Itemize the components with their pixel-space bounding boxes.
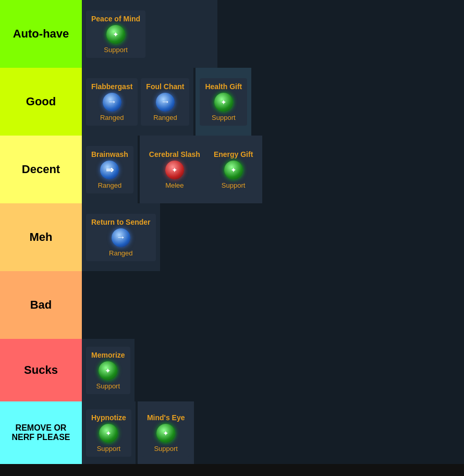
gap-good: [251, 68, 464, 136]
tier-row-auto-have: Auto-have Peace of Mind ✦ Support: [0, 0, 464, 68]
gap-meh: [160, 203, 464, 271]
support-icon-4: ✦: [99, 361, 117, 380]
tier-content-remove-2: Mind's Eye ✦ Support: [138, 401, 194, 464]
ability-peace-of-mind: Peace of Mind ✦ Support: [86, 10, 145, 58]
tier-label-decent: Decent: [0, 136, 82, 203]
ranged-icon-3: ⇒: [100, 161, 119, 179]
ability-health-gift: Health Gift ✦ Support: [200, 78, 247, 126]
ability-memorize: Memorize ✦ Support: [86, 347, 130, 394]
tier-label-good: Good: [0, 68, 82, 136]
ranged-icon-4: →: [112, 228, 130, 247]
tier-list: Auto-have Peace of Mind ✦ Support Good: [0, 0, 464, 464]
gap-remove: [194, 401, 464, 464]
tier-row-sucks: Sucks Memorize ✦ Support: [0, 339, 464, 401]
melee-icon: ✦: [165, 161, 184, 179]
ability-flabbergast: Flabbergast → Ranged: [86, 78, 138, 126]
tier-label-sucks: Sucks: [0, 339, 82, 401]
tier-row-bad: Bad: [0, 271, 464, 339]
tier-content-good: Flabbergast → Ranged Foul Chant → Ranged: [82, 68, 193, 136]
ranged-icon-1: →: [103, 93, 121, 112]
tier-label-bad: Bad: [0, 271, 82, 339]
ability-brainwash: Brainwash ⇒ Ranged: [86, 146, 133, 193]
ranged-icon-2: →: [156, 93, 175, 112]
tier-content-sucks: Memorize ✦ Support: [82, 339, 135, 401]
gap-decent: [262, 136, 464, 203]
support-icon-5: ✦: [99, 424, 118, 443]
support-icon-2: ✦: [214, 93, 233, 112]
tier-content-auto-have: Peace of Mind ✦ Support: [82, 0, 217, 68]
ability-energy-gift: Energy Gift ✦ Support: [209, 146, 258, 193]
ability-return-to-sender: Return to Sender → Ranged: [86, 214, 156, 261]
ability-cerebral-slash: Cerebral Slash ✦ Melee: [144, 146, 205, 193]
support-icon-3: ✦: [224, 161, 243, 179]
tier-row-remove: REMOVE OR NERF PLEASE Hypnotize ✦ Suppor…: [0, 401, 464, 464]
tier-label-meh: Meh: [0, 203, 82, 271]
tier-content-good-2: Health Gift ✦ Support: [196, 68, 251, 136]
tier-row-meh: Meh Return to Sender → Ranged: [0, 203, 464, 271]
tier-content-meh: Return to Sender → Ranged: [82, 203, 160, 271]
gap-sucks: [135, 339, 464, 401]
tier-label-remove: REMOVE OR NERF PLEASE: [0, 401, 82, 464]
tier-row-good: Good Flabbergast → Ranged Foul Chant → R…: [0, 68, 464, 136]
tier-row-decent: Decent Brainwash ⇒ Ranged Cerebral Slash…: [0, 136, 464, 203]
support-icon: ✦: [106, 25, 125, 44]
support-icon-6: ✦: [156, 424, 175, 443]
gap-auto-have: [217, 0, 464, 68]
ability-foul-chant: Foul Chant → Ranged: [141, 78, 189, 126]
tier-content-decent: Brainwash ⇒ Ranged: [82, 136, 138, 203]
ability-hypnotize: Hypnotize ✦ Support: [86, 409, 131, 457]
tier-content-remove: Hypnotize ✦ Support: [82, 401, 136, 464]
tier-label-auto-have: Auto-have: [0, 0, 82, 68]
tier-content-bad: [82, 271, 464, 339]
tier-content-decent-2: Cerebral Slash ✦ Melee Energy Gift ✦ Sup…: [140, 136, 263, 203]
ability-minds-eye: Mind's Eye ✦ Support: [142, 409, 190, 457]
